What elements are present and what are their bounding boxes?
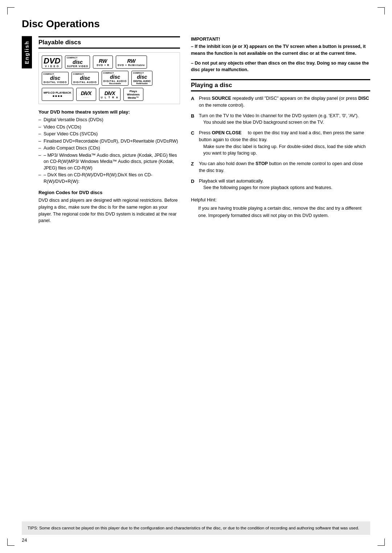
main-layout: English Playable discs DVD V I D E O	[22, 36, 370, 224]
tips-bar: TIPS: Some discs cannot be played on thi…	[22, 521, 370, 535]
corner-mark-bl	[7, 538, 15, 546]
list-item: Audio Compact Discs (CDs)	[38, 145, 180, 152]
sidebar-tab: English	[22, 36, 32, 69]
cd-digital-video-icon: COMPACT disc DIGITAL VIDEO	[42, 72, 69, 85]
disc-row-1: DVD V I D E O COMPACT disc SUPER VIDEO R…	[42, 56, 177, 69]
playing-a-disc-title: Playing a disc	[191, 79, 370, 91]
dvd-video-icon: DVD V I D E O	[42, 56, 62, 69]
helpful-hint-title: Helpful Hint:	[191, 197, 217, 202]
step-letter-b: B	[191, 112, 196, 126]
step-text-c: Press OPEN CLOSE to open the disc tray a…	[199, 130, 370, 157]
page: Disc Operations English Playable discs D…	[0, 0, 392, 553]
tips-text: TIPS: Some discs cannot be played on thi…	[28, 526, 359, 530]
page-title: Disc Operations	[22, 18, 370, 30]
step-letter-d: D	[191, 178, 196, 192]
step-list: A Press SOURCE repeatedly until "DISC" a…	[191, 95, 370, 191]
cd-digital-audio-recordable-icon: COMPACT disc DIGITAL AUDIO Recordable	[102, 71, 129, 86]
mp3-playback-icon: MP3-CD PLAYBACK ■ ■ ■ ■	[42, 88, 73, 101]
play-intro: Your DVD home theatre system will play:	[38, 109, 180, 115]
step-b: B Turn on the TV to the Video In channel…	[191, 112, 370, 126]
step-d: D Playback will start automatically. See…	[191, 178, 370, 192]
cd-digital-audio-icon: COMPACT disc DIGITAL AUDIO	[72, 72, 99, 85]
helpful-hint-text: If you are having trouble playing a cert…	[191, 205, 370, 219]
important-title: IMPORTANT!	[191, 36, 370, 42]
compact-disc-super-video-icon: COMPACT disc SUPER VIDEO	[65, 56, 90, 69]
list-item-mp3: – MP3/ Windows Media™ Audio discs, pictu…	[38, 152, 180, 172]
page-number: 24	[22, 537, 27, 543]
windows-media-icon: PlaysWindowsMedia™	[123, 88, 143, 101]
divx-icon: DiVX · · ·	[76, 88, 96, 101]
step-c: C Press OPEN CLOSE to open the disc tray…	[191, 130, 370, 157]
list-item: Digital Versatile Discs (DVDs)	[38, 117, 180, 123]
dvd-plus-r-icon: RW DVD + R	[93, 56, 113, 69]
step-z: Z You can also hold down the STOP button…	[191, 160, 370, 174]
list-item: Video CDs (VCDs)	[38, 124, 180, 131]
step-text-z: You can also hold down the STOP button o…	[199, 160, 370, 174]
list-item: Finalised DVD+Recordable (DVD±R), DVD+Re…	[38, 138, 180, 145]
step-letter-a: A	[191, 95, 196, 109]
corner-mark-tl	[7, 7, 15, 15]
step-text-d: Playback will start automatically. See t…	[199, 178, 370, 192]
step-text-a: Press SOURCE repeatedly until "DISC" app…	[199, 95, 370, 109]
list-item-divx: – DivX files on CD-R(W)/DVD+R(W):DivX fi…	[38, 172, 180, 185]
dvd-plus-rw-icon: RW DVD + ReWritable	[116, 56, 147, 69]
region-codes-title: Region Codes for DVD discs	[38, 190, 180, 195]
disc-icons-area: DVD V I D E O COMPACT disc SUPER VIDEO R…	[38, 52, 180, 104]
important-text-1: – If the inhibit icon (ø or X) appears o…	[191, 43, 370, 57]
important-text-2: – Do not put any objects other than disc…	[191, 60, 370, 74]
region-text: DVD discs and players are designed with …	[38, 197, 180, 224]
divx-ultra-icon: DiVX U L T R A	[99, 88, 121, 101]
disc-row-2: COMPACT disc DIGITAL VIDEO COMPACT disc …	[42, 71, 177, 86]
content-area: Playable discs DVD V I D E O COMPACT dis…	[38, 36, 370, 224]
corner-mark-tr	[377, 7, 385, 15]
step-letter-z: Z	[191, 160, 196, 174]
step-letter-c: C	[191, 130, 196, 157]
playable-discs-title: Playable discs	[38, 36, 180, 49]
left-column: Playable discs DVD V I D E O COMPACT dis…	[38, 36, 180, 224]
disc-row-3: MP3-CD PLAYBACK ■ ■ ■ ■ DiVX · · · DiVX …	[42, 88, 177, 101]
right-column: IMPORTANT! – If the inhibit icon (ø or X…	[191, 36, 370, 224]
helpful-hint: Helpful Hint: If you are having trouble …	[191, 196, 370, 219]
step-a: A Press SOURCE repeatedly until "DISC" a…	[191, 95, 370, 109]
step-text-b: Turn on the TV to the Video In channel f…	[199, 112, 370, 126]
list-item: Super Video CDs (SVCDs)	[38, 131, 180, 138]
corner-mark-br	[377, 538, 385, 546]
important-box: IMPORTANT! – If the inhibit icon (ø or X…	[191, 36, 370, 73]
cd-digital-audio-rewritable-icon: COMPACT disc DIGITAL AUDIO ReWritable	[131, 71, 152, 86]
playable-list: Digital Versatile Discs (DVDs) Video CDs…	[38, 117, 180, 185]
